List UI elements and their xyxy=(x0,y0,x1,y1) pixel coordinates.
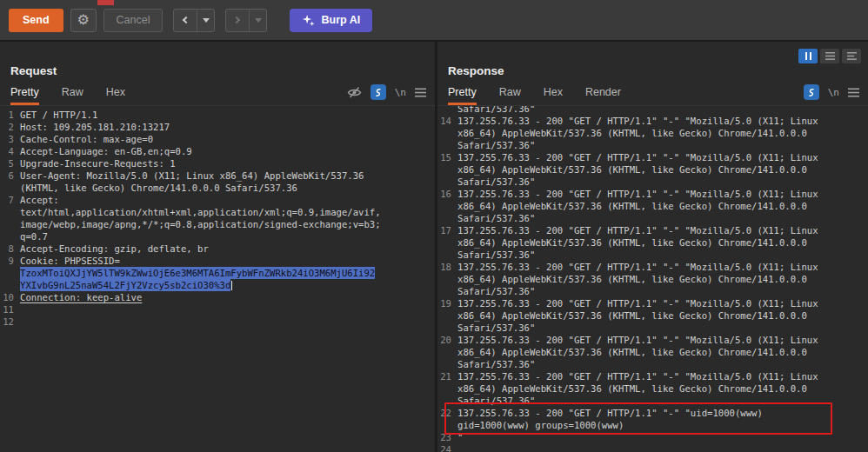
code-text: 137.255.76.33 - 200 "GET / HTTP/1.1" "-"… xyxy=(457,370,818,382)
repeater-split-view: Request Pretty Raw Hex xyxy=(0,40,868,452)
code-line[interactable]: 24 xyxy=(437,443,868,452)
code-line[interactable]: image/webp,image/apng,*/*;q=0.8,applicat… xyxy=(0,218,435,230)
line-number: 14 xyxy=(437,115,451,127)
pretty-print-toggle-button[interactable] xyxy=(371,84,386,100)
code-text: " xyxy=(457,431,463,443)
code-line[interactable]: Safari/537.36" xyxy=(437,249,868,261)
code-line[interactable]: 1GET / HTTP/1.1 xyxy=(0,109,435,121)
request-tab-pretty[interactable]: Pretty xyxy=(10,81,39,105)
code-text: Safari/537.36" xyxy=(457,395,535,407)
code-line[interactable]: x86_64) AppleWebKit/537.36 (KHTML, like … xyxy=(437,346,868,358)
send-button[interactable]: Send xyxy=(9,9,63,32)
code-text: 137.255.76.33 - 200 "GET / HTTP/1.1" "-"… xyxy=(457,224,818,236)
pretty-print-toggle-button[interactable] xyxy=(804,84,819,100)
code-line[interactable]: x86_64) AppleWebKit/537.36 (KHTML, like … xyxy=(437,163,868,176)
code-line[interactable]: 15137.255.76.33 - 200 "GET / HTTP/1.1" "… xyxy=(437,151,868,163)
code-line[interactable]: Safari/537.36" xyxy=(437,106,868,115)
code-line[interactable]: 19137.255.76.33 - 200 "GET / HTTP/1.1" "… xyxy=(437,297,868,309)
forward-button[interactable] xyxy=(226,10,249,31)
response-editor[interactable]: Safari/537.36"14137.255.76.33 - 200 "GET… xyxy=(437,106,868,452)
chevron-down-icon xyxy=(255,18,262,23)
code-text: 137.255.76.33 - 200 "GET / HTTP/1.1" "-"… xyxy=(457,261,818,273)
code-text: 137.255.76.33 - 200 "GET / HTTP/1.1" "-"… xyxy=(457,334,818,346)
code-line[interactable]: 9Cookie: PHPSESSID= xyxy=(0,255,435,267)
code-line[interactable]: 3Cache-Control: max-age=0 xyxy=(0,133,435,145)
code-line[interactable]: 5Upgrade-Insecure-Requests: 1 xyxy=(0,157,435,170)
request-tab-hex[interactable]: Hex xyxy=(106,81,125,105)
code-line[interactable]: 8Accept-Encoding: gzip, deflate, br xyxy=(0,243,435,255)
response-tab-raw[interactable]: Raw xyxy=(499,81,521,105)
hamburger-icon xyxy=(848,88,859,97)
burp-ai-button[interactable]: Burp AI xyxy=(290,9,372,32)
line-number: 1 xyxy=(0,109,14,121)
code-line[interactable]: 6User-Agent: Mozilla/5.0 (X11; Linux x86… xyxy=(0,170,435,182)
code-line[interactable]: 12 xyxy=(0,316,435,328)
line-number: 16 xyxy=(437,188,451,200)
code-line[interactable]: 17137.255.76.33 - 200 "GET / HTTP/1.1" "… xyxy=(437,224,868,236)
code-line[interactable]: q=0.7 xyxy=(0,230,435,243)
code-line[interactable]: 2Host: 109.205.181.210:13217 xyxy=(0,121,435,133)
line-number xyxy=(0,218,14,230)
nonprinting-chars-toggle-button[interactable]: \n xyxy=(395,87,406,98)
code-line[interactable]: x86_64) AppleWebKit/537.36 (KHTML, like … xyxy=(437,127,868,139)
back-dropdown-button[interactable] xyxy=(197,10,214,31)
request-editor-controls: \n xyxy=(347,84,426,100)
layout-rows-button[interactable] xyxy=(820,49,839,63)
code-line[interactable]: x86_64) AppleWebKit/537.36 (KHTML, like … xyxy=(437,309,868,322)
code-line[interactable]: text/html,application/xhtml+xml,applicat… xyxy=(0,206,435,218)
code-text: Safari/537.36" xyxy=(457,106,535,115)
columns-icon xyxy=(847,52,857,60)
code-line[interactable]: (KHTML, like Gecko) Chrome/141.0.0.0 Saf… xyxy=(0,182,435,194)
code-line[interactable]: 18137.255.76.33 - 200 "GET / HTTP/1.1" "… xyxy=(437,261,868,273)
code-line[interactable]: gid=1000(www) groups=1000(www) xyxy=(437,419,868,431)
code-line[interactable]: 20137.255.76.33 - 200 "GET / HTTP/1.1" "… xyxy=(437,334,868,346)
code-line[interactable]: x86_64) AppleWebKit/537.36 (KHTML, like … xyxy=(437,382,868,395)
follow-response-button[interactable] xyxy=(798,49,818,63)
code-line[interactable]: Safari/537.36" xyxy=(437,285,868,297)
code-line[interactable]: 22137.255.76.33 - 200 "GET / HTTP/1.1" "… xyxy=(437,407,868,419)
code-line[interactable]: Safari/537.36" xyxy=(437,395,868,407)
rows-icon xyxy=(825,52,835,60)
back-button-group xyxy=(173,9,215,32)
layout-columns-button[interactable] xyxy=(842,49,861,63)
code-line[interactable]: Safari/537.36" xyxy=(437,322,868,334)
back-button[interactable] xyxy=(174,10,197,31)
code-line[interactable]: x86_64) AppleWebKit/537.36 (KHTML, like … xyxy=(437,273,868,285)
request-tab-raw[interactable]: Raw xyxy=(62,81,83,105)
code-line[interactable]: x86_64) AppleWebKit/537.36 (KHTML, like … xyxy=(437,200,868,212)
line-number xyxy=(437,139,451,151)
code-line[interactable]: 21137.255.76.33 - 200 "GET / HTTP/1.1" "… xyxy=(437,370,868,382)
code-line[interactable]: 4Accept-Language: en-GB,en;q=0.9 xyxy=(0,145,435,157)
code-text: x86_64) AppleWebKit/537.36 (KHTML, like … xyxy=(457,309,807,322)
line-number xyxy=(0,182,14,194)
response-tab-render[interactable]: Render xyxy=(585,81,621,105)
code-line[interactable]: Safari/537.36" xyxy=(437,358,868,370)
settings-button[interactable]: ⚙ xyxy=(70,9,97,32)
code-line[interactable]: 16137.255.76.33 - 200 "GET / HTTP/1.1" "… xyxy=(437,188,868,200)
nonprinting-chars-toggle-button[interactable]: \n xyxy=(828,87,839,98)
code-text: x86_64) AppleWebKit/537.36 (KHTML, like … xyxy=(457,382,807,395)
code-line[interactable]: 10Connection: keep-alive xyxy=(0,291,435,303)
code-line[interactable]: 7Accept: xyxy=(0,194,435,206)
response-menu-button[interactable] xyxy=(848,88,859,97)
request-menu-button[interactable] xyxy=(415,88,426,97)
response-tab-hex[interactable]: Hex xyxy=(544,81,563,105)
code-line[interactable]: 23" xyxy=(437,431,868,443)
code-line[interactable]: TzoxMToiQXJjYW5lTW9kZWwiOjE6e3M6MTA6ImFy… xyxy=(0,267,435,279)
line-number xyxy=(0,267,14,279)
code-line[interactable]: Safari/537.36" xyxy=(437,212,868,224)
response-tab-pretty[interactable]: Pretty xyxy=(448,81,477,105)
request-editor[interactable]: 1GET / HTTP/1.12Host: 109.205.181.210:13… xyxy=(0,106,435,452)
code-line[interactable]: Safari/537.36" xyxy=(437,139,868,151)
code-line[interactable]: x86_64) AppleWebKit/537.36 (KHTML, like … xyxy=(437,236,868,249)
line-number xyxy=(437,200,451,212)
cancel-button[interactable]: Cancel xyxy=(103,9,164,32)
hide-toolbar-button[interactable] xyxy=(347,86,362,99)
code-text: Connection: keep-alive xyxy=(20,291,142,303)
code-line[interactable]: 14137.255.76.33 - 200 "GET / HTTP/1.1" "… xyxy=(437,115,868,127)
code-line[interactable]: 11 xyxy=(0,303,435,316)
code-line[interactable]: Safari/537.36" xyxy=(437,176,868,188)
forward-dropdown-button[interactable] xyxy=(249,10,266,31)
code-line[interactable]: YXIvbG9nL25naW54L2FjY2Vzcy5sb2ciO30%3d xyxy=(0,279,435,291)
tab-color-fragment xyxy=(97,0,114,5)
